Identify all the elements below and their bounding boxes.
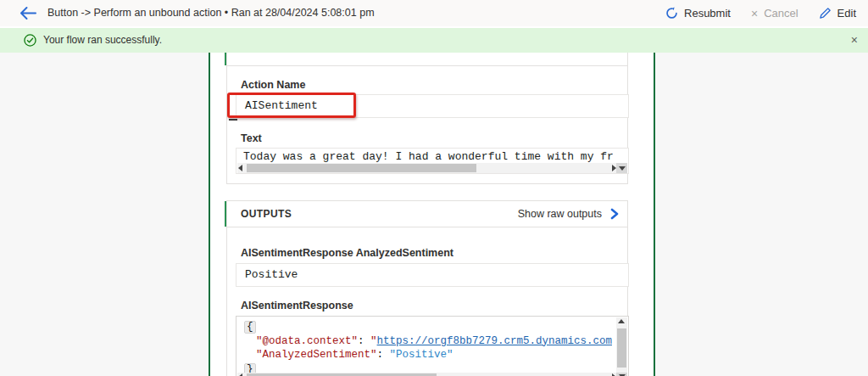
open-brace: { xyxy=(244,321,256,334)
scroll-down-icon[interactable] xyxy=(616,373,627,376)
json-key-odata-context: "@odata.context" xyxy=(256,335,358,347)
analyzed-sentiment-input[interactable]: Positive xyxy=(236,263,629,287)
action-inputs-card: Action Name AISentiment Text Today was a… xyxy=(226,53,628,184)
json-vertical-scrollbar[interactable] xyxy=(616,317,627,373)
outputs-header-row: OUTPUTS Show raw outputs xyxy=(227,201,627,227)
action-outputs-card: OUTPUTS Show raw outputs AISentimentResp… xyxy=(226,200,628,376)
scrollbar-thumb[interactable] xyxy=(617,328,626,368)
json-horizontal-scrollbar[interactable] xyxy=(237,373,617,376)
topbar-actions: Resubmit × Cancel Edit xyxy=(665,0,856,26)
response-label: AISentimentResponse xyxy=(241,300,353,311)
show-raw-outputs-link[interactable]: Show raw outputs xyxy=(518,201,602,227)
text-cursor xyxy=(229,119,237,121)
json-value-positive: "Positive" xyxy=(390,349,453,361)
left-background-panel xyxy=(0,53,209,376)
text-input[interactable]: Today was a great day! I had a wonderful… xyxy=(236,148,629,174)
json-colon: : xyxy=(358,335,370,347)
edit-label: Edit xyxy=(837,7,856,20)
refresh-icon xyxy=(665,7,678,20)
action-name-input[interactable]: AISentiment xyxy=(236,94,629,118)
resubmit-label: Resubmit xyxy=(684,7,731,20)
flow-edge-line-left xyxy=(209,53,210,376)
banner-message: Your flow ran successfully. xyxy=(43,28,162,53)
analyzed-sentiment-label: AISentimentResponse AnalyzedSentiment xyxy=(241,247,453,259)
close-brace: } xyxy=(244,363,256,373)
scroll-up-icon[interactable] xyxy=(618,319,625,323)
card-header-divider xyxy=(227,65,627,66)
run-title: Button -> Perform an unbound action • Ra… xyxy=(47,0,375,26)
close-icon[interactable]: × xyxy=(851,28,858,53)
right-background-panel xyxy=(655,53,868,376)
resubmit-button[interactable]: Resubmit xyxy=(665,7,731,20)
chevron-right-icon[interactable] xyxy=(609,208,620,220)
pencil-icon xyxy=(819,7,832,20)
action-name-label: Action Name xyxy=(241,79,305,91)
json-response-viewer[interactable]: { "@odata.context": "https://orgf8bb7279… xyxy=(236,316,629,376)
text-label: Text xyxy=(241,132,262,144)
scroll-down-icon[interactable] xyxy=(616,163,627,173)
back-arrow-icon[interactable] xyxy=(19,5,37,21)
edit-button[interactable]: Edit xyxy=(819,7,856,20)
success-banner: Your flow ran successfully. × xyxy=(0,28,868,53)
json-key-analyzed-sentiment: "AnalyzedSentiment" xyxy=(256,349,377,361)
run-details-topbar: Button -> Perform an unbound action • Ra… xyxy=(0,0,868,26)
json-colon-2: : xyxy=(377,349,390,361)
cancel-button: × Cancel xyxy=(751,7,798,20)
json-open-quote: " xyxy=(370,335,377,347)
check-circle-icon xyxy=(24,34,36,47)
cancel-label: Cancel xyxy=(764,7,798,20)
text-horizontal-scrollbar[interactable] xyxy=(237,163,617,173)
scrollbar-thumb[interactable] xyxy=(247,164,476,172)
json-code: { "@odata.context": "https://orgf8bb7279… xyxy=(244,320,612,373)
odata-context-url-link[interactable]: https://orgf8bb7279.crm5.dynamics.com/ap… xyxy=(377,335,612,347)
scroll-left-icon[interactable] xyxy=(238,165,242,171)
outputs-title: OUTPUTS xyxy=(241,201,292,227)
x-icon: × xyxy=(751,8,758,20)
